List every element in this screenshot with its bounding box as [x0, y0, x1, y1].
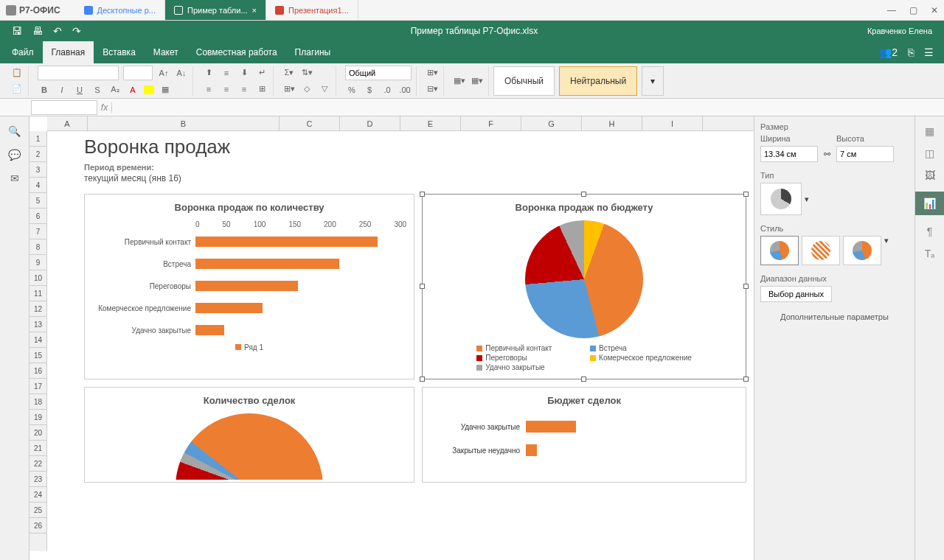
save-icon[interactable]: 🖫 — [12, 25, 22, 37]
redo-icon[interactable]: ↷ — [72, 25, 81, 37]
font-select[interactable] — [38, 66, 119, 80]
style-thumb[interactable] — [802, 236, 840, 265]
row-header[interactable]: 17 — [30, 379, 46, 394]
row-header[interactable]: 24 — [30, 487, 46, 503]
chart-settings-icon[interactable]: 📊 — [915, 192, 944, 215]
menu-file[interactable]: Файл — [3, 41, 43, 63]
chart-funnel-budget[interactable]: Воронка продаж по бюджету Первичный конт… — [422, 194, 746, 379]
menu-collab[interactable]: Совместная работа — [187, 41, 286, 63]
cells-area[interactable]: Воронка продаж Период времени: текущий м… — [47, 131, 754, 551]
maximize-icon[interactable]: ▢ — [909, 5, 917, 15]
clear-icon[interactable]: ◇ — [300, 83, 313, 96]
shape-settings-icon[interactable]: ◫ — [925, 147, 934, 159]
height-input[interactable] — [836, 146, 894, 162]
chart-deal-budget[interactable]: Бюджет сделок Удачно закрытыеЗакрытые не… — [422, 387, 746, 483]
row-header[interactable]: 5 — [30, 193, 46, 209]
chevron-down-icon[interactable]: ▾ — [884, 236, 889, 265]
row-header[interactable]: 1 — [30, 131, 46, 147]
row-header[interactable]: 21 — [30, 441, 46, 456]
style-thumb[interactable] — [843, 236, 881, 265]
align-right-icon[interactable]: ≡ — [237, 83, 251, 96]
menu-plugins[interactable]: Плагины — [286, 41, 340, 63]
paste-icon[interactable]: 📄 — [10, 83, 24, 96]
copy-icon[interactable]: 📋 — [10, 66, 24, 80]
menu-home[interactable]: Главная — [43, 41, 94, 63]
close-icon[interactable]: × — [252, 6, 257, 15]
bold-button[interactable]: B — [38, 83, 51, 97]
advanced-link[interactable]: Дополнительные параметры — [760, 312, 909, 321]
table-settings-icon[interactable]: ▦ — [925, 125, 934, 137]
image-settings-icon[interactable]: 🖼 — [925, 169, 935, 181]
row-header[interactable]: 3 — [30, 162, 46, 178]
chart-funnel-qty[interactable]: Воронка продаж по количеству 05010015020… — [84, 194, 414, 379]
row-header[interactable]: 9 — [30, 255, 46, 270]
filter-icon[interactable]: ▽ — [318, 83, 331, 96]
style-dropdown[interactable]: ▾ — [642, 66, 664, 96]
doc-tab-active[interactable]: Пример табли...× — [165, 0, 266, 20]
select-data-button[interactable]: Выбор данных — [760, 286, 832, 302]
cell-reference-input[interactable] — [31, 100, 97, 115]
row-header[interactable]: 16 — [30, 363, 46, 379]
currency-icon[interactable]: $ — [363, 83, 376, 97]
row-header[interactable]: 19 — [30, 410, 46, 425]
align-top-icon[interactable]: ⬆ — [202, 66, 215, 80]
dec-size-icon[interactable]: A↓ — [175, 66, 188, 80]
row-header[interactable]: 12 — [30, 301, 46, 317]
col-header[interactable]: I — [642, 116, 703, 130]
chart-deal-count[interactable]: Количество сделок — [84, 387, 414, 483]
chart-type-thumb[interactable] — [760, 183, 802, 215]
menu-insert[interactable]: Вставка — [94, 41, 145, 63]
doc-tab[interactable]: Презентация1... — [266, 0, 358, 20]
cell-style-normal[interactable]: Обычный — [493, 66, 555, 96]
col-header[interactable]: A — [47, 116, 88, 130]
row-header[interactable]: 10 — [30, 270, 46, 286]
col-header[interactable]: F — [461, 116, 521, 130]
row-header[interactable]: 13 — [30, 317, 46, 332]
cell-style-neutral[interactable]: Нейтральный — [559, 66, 637, 96]
row-header[interactable]: 20 — [30, 425, 46, 441]
comments-icon[interactable]: 💬 — [8, 149, 21, 161]
merge-icon[interactable]: ⊞ — [255, 83, 268, 96]
col-header[interactable]: C — [280, 116, 340, 130]
close-icon[interactable]: ✕ — [931, 5, 938, 15]
strike-button[interactable]: S — [91, 83, 104, 97]
dec-dec-icon[interactable]: .00 — [398, 83, 412, 97]
col-header[interactable]: D — [340, 116, 400, 130]
col-header[interactable]: H — [582, 116, 642, 130]
doc-tab[interactable]: Десктопные р... — [75, 0, 165, 20]
row-header[interactable]: 7 — [30, 224, 46, 239]
menu-icon[interactable]: ☰ — [924, 46, 934, 58]
align-bot-icon[interactable]: ⬇ — [237, 66, 251, 80]
align-left-icon[interactable]: ≡ — [202, 83, 215, 96]
row-header[interactable]: 4 — [30, 178, 46, 193]
row-header[interactable]: 23 — [30, 472, 46, 487]
col-header[interactable]: B — [88, 116, 280, 130]
menu-layout[interactable]: Макет — [145, 41, 187, 63]
underline-button[interactable]: U — [73, 83, 86, 97]
row-header[interactable]: 25 — [30, 503, 46, 518]
fill-color-button[interactable] — [144, 85, 154, 94]
paragraph-icon[interactable]: ¶ — [927, 225, 933, 237]
search-icon[interactable]: 🔍 — [8, 125, 21, 137]
minimize-icon[interactable]: — — [887, 5, 896, 15]
inc-size-icon[interactable]: A↑ — [157, 66, 170, 80]
dec-inc-icon[interactable]: .0 — [381, 83, 394, 97]
align-center-icon[interactable]: ≡ — [220, 83, 233, 96]
table-tmpl-icon[interactable]: ▦▾ — [471, 74, 484, 88]
percent-icon[interactable]: % — [345, 83, 358, 97]
sort-icon[interactable]: ⇅▾ — [300, 66, 313, 80]
textart-icon[interactable]: Tₐ — [925, 248, 935, 259]
wrap-icon[interactable]: ↵ — [255, 66, 268, 80]
insert-func-icon[interactable]: ⊞▾ — [282, 83, 296, 96]
chevron-down-icon[interactable]: ▾ — [805, 195, 809, 204]
subscript-button[interactable]: A₂ — [108, 83, 122, 97]
font-color-button[interactable]: A — [126, 83, 139, 97]
width-input[interactable] — [760, 146, 818, 162]
undo-icon[interactable]: ↶ — [53, 25, 62, 37]
print-icon[interactable]: 🖶 — [32, 25, 43, 37]
users-icon[interactable]: 👥2 — [879, 46, 898, 58]
col-header[interactable]: E — [400, 116, 461, 130]
borders-button[interactable]: ▦ — [159, 83, 172, 97]
open-location-icon[interactable]: ⎘ — [908, 46, 914, 58]
style-thumb[interactable] — [760, 236, 799, 265]
